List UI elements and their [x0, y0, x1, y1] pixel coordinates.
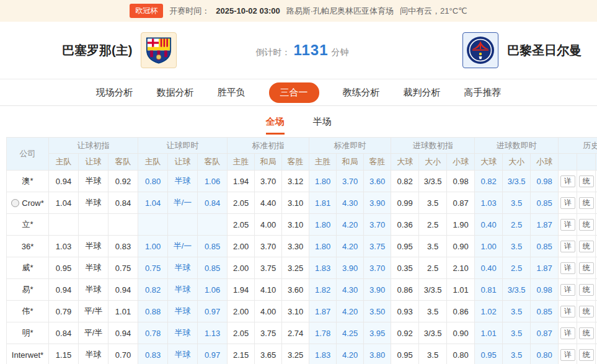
- column-header: 主胜: [228, 154, 255, 171]
- odds-cell: 1.01: [475, 322, 503, 344]
- stats-button[interactable]: 统: [579, 241, 594, 252]
- odds-cell: 0.97: [198, 344, 228, 364]
- detail-button[interactable]: 详: [560, 284, 575, 296]
- odds-cell: 0.86: [391, 279, 419, 301]
- column-header: 让球: [168, 154, 198, 171]
- odds-cell: 2.05: [228, 322, 255, 344]
- odds-cell: 4.20: [337, 236, 364, 257]
- company-cell[interactable]: 立*: [7, 214, 49, 236]
- company-cell[interactable]: 伟*: [7, 301, 49, 322]
- column-group-header: 进球数初指: [391, 138, 475, 154]
- odds-cell: 1.81: [309, 192, 337, 214]
- odds-cell: 1.15: [49, 344, 79, 364]
- odds-cell: 2.74: [282, 322, 309, 344]
- odds-cell: 1.01: [447, 279, 475, 301]
- odds-cell: 0.85: [198, 236, 228, 257]
- odds-cell: 1.04: [138, 192, 168, 214]
- stats-button[interactable]: 统: [579, 262, 594, 274]
- odds-cell: 半球: [168, 301, 198, 322]
- stats-button[interactable]: 统: [579, 197, 594, 209]
- stats-cell: 统: [577, 192, 596, 214]
- company-cell[interactable]: Interwet*: [7, 344, 49, 364]
- odds-cell: 1.03: [475, 192, 503, 214]
- odds-cell: 3/3.5: [419, 171, 447, 192]
- column-header: 客胜: [364, 154, 391, 171]
- detail-button[interactable]: 详: [560, 349, 575, 361]
- column-header: 主胜: [309, 154, 337, 171]
- odds-cell: 4.20: [337, 301, 364, 322]
- odds-cell: 3.5: [503, 236, 531, 257]
- odds-cell: 3.5: [503, 344, 531, 364]
- detail-button[interactable]: 详: [560, 262, 575, 274]
- nav-tab-7[interactable]: 高手推荐: [464, 87, 502, 99]
- odds-cell: 0.92: [108, 171, 138, 192]
- detail-button[interactable]: 详: [560, 219, 575, 231]
- odds-cell: 0.80: [531, 344, 559, 364]
- odds-cell: 0.98: [531, 279, 559, 301]
- odds-cell: 3.70: [337, 171, 364, 192]
- stats-button[interactable]: 统: [579, 219, 594, 231]
- venue-text: 路易斯·孔帕尼奥林匹亚体育场: [286, 6, 394, 17]
- company-name: 立*: [22, 220, 33, 229]
- odds-cell: 4.40: [255, 192, 282, 214]
- odds-cell: 1.06: [198, 171, 228, 192]
- stats-cell: 统: [577, 257, 596, 279]
- nav-tab-5[interactable]: 教练分析: [343, 87, 380, 99]
- odds-cell: 0.85: [531, 301, 559, 322]
- nav-tab-6[interactable]: 裁判分析: [404, 87, 441, 99]
- odds-cell: 2.00: [228, 257, 255, 279]
- odds-cell: 3.90: [364, 279, 391, 301]
- detail-button[interactable]: 详: [560, 197, 575, 209]
- company-cell[interactable]: Crow*: [7, 192, 49, 214]
- odds-cell: 0.85: [531, 192, 559, 214]
- company-cell[interactable]: 易*: [7, 279, 49, 301]
- odds-cell: 3.70: [364, 214, 391, 236]
- company-cell[interactable]: 36*: [7, 236, 49, 257]
- odds-cell: 0.95: [391, 344, 419, 364]
- company-cell[interactable]: 明*: [7, 322, 49, 344]
- nav-tab-4[interactable]: 三合一: [269, 82, 319, 103]
- odds-cell: 1.87: [531, 214, 559, 236]
- psg-crest-icon: [466, 36, 495, 64]
- nav-tab-3[interactable]: 胜平负: [218, 87, 245, 99]
- odds-cell: [79, 214, 108, 236]
- odds-cell: 0.83: [138, 344, 168, 364]
- stats-button[interactable]: 统: [579, 175, 594, 187]
- stats-button[interactable]: 统: [579, 284, 594, 296]
- league-badge[interactable]: 欧冠杯: [130, 4, 163, 18]
- company-cell[interactable]: 澳*: [7, 171, 49, 192]
- history-column-header: 历史: [559, 138, 597, 154]
- column-header: 小球: [447, 154, 475, 171]
- stats-cell: 统: [577, 171, 596, 192]
- odds-cell: 3.60: [364, 171, 391, 192]
- detail-cell: 详: [559, 192, 577, 214]
- odds-cell: 0.88: [138, 301, 168, 322]
- stats-button[interactable]: 统: [579, 349, 594, 361]
- odds-cell: 3/3.5: [503, 279, 531, 301]
- detail-button[interactable]: 详: [560, 306, 575, 317]
- period-tab-1[interactable]: 全场: [266, 116, 285, 135]
- odds-cell: 平/半: [79, 301, 108, 322]
- odds-cell: 3.30: [282, 236, 309, 257]
- company-name: 明*: [22, 328, 33, 337]
- countdown-value: 1131: [293, 42, 328, 59]
- odds-cell: 0.87: [447, 192, 475, 214]
- odds-cell: 4.30: [337, 279, 364, 301]
- company-column-header: 公司: [7, 138, 49, 171]
- odds-cell: 1.00: [475, 236, 503, 257]
- odds-cell: 1.02: [475, 301, 503, 322]
- company-cell[interactable]: 威*: [7, 257, 49, 279]
- detail-button[interactable]: 详: [560, 241, 575, 252]
- column-header: 大小: [419, 154, 447, 171]
- detail-button[interactable]: 详: [560, 175, 575, 187]
- match-header: 巴塞罗那(主) 倒计时： 1131 分钟: [0, 22, 597, 79]
- odds-cell: 1.80: [309, 214, 337, 236]
- stats-button[interactable]: 统: [579, 327, 594, 339]
- nav-tab-2[interactable]: 数据分析: [157, 87, 194, 99]
- detail-button[interactable]: 详: [560, 327, 575, 339]
- stats-button[interactable]: 统: [579, 306, 594, 317]
- column-group-header: 标准即时: [309, 138, 391, 154]
- nav-tab-1[interactable]: 现场分析: [96, 87, 133, 99]
- period-tab-2[interactable]: 半场: [313, 116, 332, 135]
- odds-cell: 3.75: [255, 257, 282, 279]
